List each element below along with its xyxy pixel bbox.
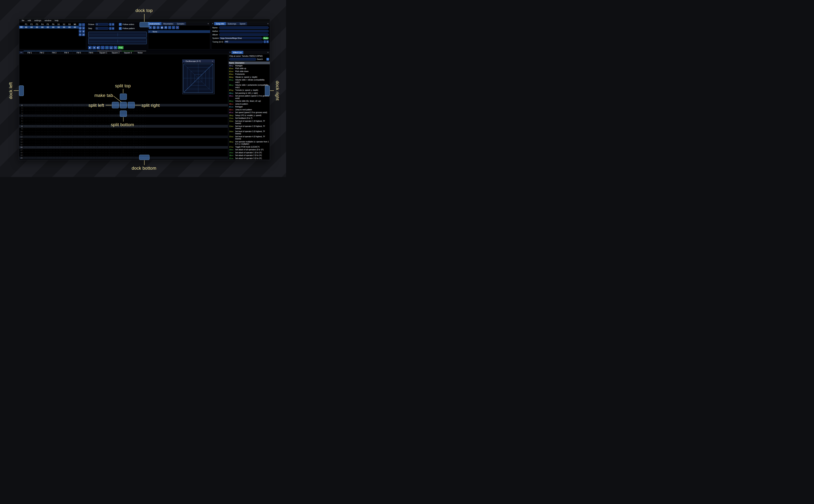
pattern-cell[interactable]: ··· ·· ·· ··· <box>60 107 73 109</box>
channel-header-fm-3[interactable]: FM 3 <box>48 51 60 54</box>
split-target-left[interactable] <box>112 102 119 108</box>
pattern-cell[interactable]: ··· ·· ·· ··· <box>122 120 134 122</box>
pattern-cell[interactable]: ··· ·· ·· ··· <box>48 133 60 135</box>
pattern-cell[interactable]: ··· ·· ·· ··· <box>48 128 60 130</box>
edit-record-button[interactable]: ● <box>105 46 109 49</box>
pattern-cell[interactable]: ··· ·· ·· ··· <box>109 133 122 135</box>
pattern-cell[interactable]: ··· ·· ·· ··· <box>97 157 109 159</box>
pattern-cell[interactable]: ··· ·· ·· ··· <box>134 141 146 143</box>
pattern-cell[interactable]: ··· ·· ·· ··· <box>36 118 48 119</box>
channel-header-fm-4[interactable]: FM 4 <box>60 51 73 54</box>
channel-header-fm-6[interactable]: FM 6 <box>85 51 97 54</box>
menu-item-window[interactable]: window <box>43 19 53 22</box>
order-cell[interactable]: 00 <box>72 26 78 28</box>
pattern-cell[interactable]: ··· ·· ·· ··· <box>109 118 122 119</box>
pattern-cell[interactable]: ··· ·· ·· ··· <box>134 146 146 148</box>
duplicate-order-end-button[interactable]: ⇊ <box>82 30 85 33</box>
order-row[interactable]: 0000000000000000000000 <box>19 26 79 29</box>
pattern-cell[interactable]: ··· ·· ·· ··· <box>134 144 146 146</box>
pattern-cell[interactable]: ··· ·· ·· ··· <box>85 141 97 143</box>
duplicate-order-button[interactable]: ❏ <box>79 27 82 29</box>
pattern-cell[interactable]: ··· ·· ·· ··· <box>60 115 73 117</box>
pattern-cell[interactable]: ··· ·· ·· ··· <box>134 139 146 140</box>
pattern-cell[interactable]: ··· ·· ·· ··· <box>72 115 85 117</box>
pattern-cell[interactable]: ··· ·· ·· ··· <box>85 120 97 122</box>
pattern-cell[interactable]: ··· ·· ·· ··· <box>134 112 146 114</box>
pattern-cell[interactable]: ··· ·· ·· ··· <box>36 128 48 130</box>
dock-target-right[interactable] <box>265 85 270 96</box>
pattern-cell[interactable]: ··· ·· ·· ··· <box>48 149 60 151</box>
move-instrument-up-button[interactable]: ↑ <box>168 26 171 29</box>
pattern-cell[interactable]: ··· ·· ·· ··· <box>109 131 122 132</box>
follow-pattern-checkbox[interactable]: ✓ Follow pattern <box>119 27 135 30</box>
pattern-cell[interactable]: ··· ·· ·· ··· <box>72 123 85 125</box>
pattern-cell[interactable]: ··· ·· ·· ··· <box>109 157 122 159</box>
order-cell[interactable]: 00 <box>56 26 61 28</box>
poly-button[interactable]: Poly <box>118 46 123 49</box>
menu-item-help[interactable]: help <box>53 19 60 22</box>
order-cell[interactable]: 00 <box>23 26 29 28</box>
pattern-cell[interactable]: ··· ·· ·· ··· <box>48 110 60 111</box>
pattern-cell[interactable]: ··· ·· ·· ··· <box>122 149 134 151</box>
tab-effect-list[interactable]: Effect List <box>231 51 243 54</box>
pattern-cell[interactable]: ··· ·· ·· ··· <box>48 125 60 127</box>
pattern-cell[interactable]: ··· ·· ·· ··· <box>72 157 85 159</box>
pattern-cell[interactable]: ··· ·· ·· ··· <box>23 125 36 127</box>
pattern-cell[interactable]: ··· ·· ·· ··· <box>23 149 36 151</box>
song-name-input[interactable] <box>219 26 269 29</box>
pattern-cell[interactable]: ··· ·· ·· ··· <box>23 118 36 119</box>
tuning-decrease-button[interactable]: - <box>263 40 266 43</box>
pattern-cell[interactable]: ··· ·· ·· ··· <box>72 125 85 127</box>
pattern-cell[interactable]: ··· ·· ·· ··· <box>85 136 97 138</box>
pattern-cell[interactable]: ··· ·· ·· ··· <box>122 160 134 160</box>
pattern-cell[interactable]: ··· ·· ·· ··· <box>85 133 97 135</box>
octave-input[interactable]: 3 <box>95 23 109 26</box>
pattern-cell[interactable]: ··· ·· ·· ··· <box>48 160 60 160</box>
pattern-cell[interactable]: ··· ·· ·· ··· <box>109 160 122 160</box>
dock-target-bottom[interactable] <box>139 155 149 160</box>
menu-item-settings[interactable]: settings <box>33 19 43 22</box>
save-instrument-button[interactable]: ▦ <box>160 26 163 29</box>
pattern-cell[interactable]: ··· ·· ·· ··· <box>85 152 97 153</box>
pattern-cell[interactable]: ··· ·· ·· ··· <box>85 125 97 127</box>
pattern-cell[interactable]: ··· ·· ·· ··· <box>97 120 109 122</box>
pattern-cell[interactable]: ··· ·· ·· ··· <box>97 110 109 111</box>
pattern-cell[interactable]: ··· ·· ·· ··· <box>36 154 48 156</box>
pattern-cell[interactable]: ··· ·· ·· ··· <box>122 131 134 132</box>
pattern-cell[interactable]: ··· ·· ·· ··· <box>109 154 122 156</box>
pattern-cell[interactable]: ··· ·· ·· ··· <box>23 152 36 153</box>
pattern-cell[interactable]: ··· ·· ·· ··· <box>134 133 146 135</box>
pattern-cell[interactable]: ··· ·· ·· ··· <box>72 154 85 156</box>
play-button[interactable]: ▶ <box>88 46 92 49</box>
pattern-cell[interactable]: ··· ·· ·· ··· <box>134 118 146 119</box>
pattern-cell[interactable]: ··· ·· ·· ··· <box>48 141 60 143</box>
pattern-cell[interactable]: ··· ·· ·· ··· <box>109 141 122 143</box>
pattern-cell[interactable]: ··· ·· ·· ··· <box>60 120 73 122</box>
pattern-cell[interactable]: ··· ·· ·· ··· <box>97 141 109 143</box>
pattern-cell[interactable]: ··· ·· ·· ··· <box>72 144 85 146</box>
order-row-index[interactable]: 00 <box>19 26 23 29</box>
pattern-cell[interactable]: ··· ·· ·· ··· <box>36 149 48 151</box>
pattern-cell[interactable]: ··· ·· ·· ··· <box>97 115 109 117</box>
order-cell[interactable]: 00 <box>67 26 72 28</box>
pattern-cell[interactable]: ··· ·· ·· ··· <box>48 118 60 119</box>
pattern-cell[interactable]: ··· ·· ·· ··· <box>23 141 36 143</box>
tuning-input[interactable]: 440 <box>224 41 263 43</box>
follow-orders-checkbox[interactable]: ✓ Follow orders <box>119 23 134 26</box>
pattern-cell[interactable]: ··· ·· ·· ··· <box>134 131 146 132</box>
pattern-cell[interactable]: ··· ·· ·· ··· <box>60 110 73 111</box>
pattern-cell[interactable]: ··· ·· ·· ··· <box>60 149 73 151</box>
split-target-top[interactable] <box>120 94 127 100</box>
step-increase-button[interactable]: + <box>112 27 114 30</box>
pattern-cell[interactable]: ··· ·· ·· ··· <box>85 144 97 146</box>
pattern-cell[interactable]: ··· ·· ·· ··· <box>60 123 73 125</box>
pattern-cell[interactable]: ··· ·· ·· ··· <box>60 160 73 160</box>
pattern-cell[interactable]: ··· ·· ·· ··· <box>48 146 60 148</box>
pattern-cell[interactable]: ··· ·· ·· ··· <box>60 125 73 127</box>
pattern-cell[interactable]: ··· ·· ·· ··· <box>122 139 134 140</box>
pattern-cell[interactable]: ··· ·· ·· ··· <box>60 136 73 138</box>
pattern-cell[interactable]: ··· ·· ·· ··· <box>60 154 73 156</box>
pattern-cell[interactable]: ··· ·· ·· ··· <box>36 160 48 160</box>
pattern-cell[interactable]: ··· ·· ·· ··· <box>109 144 122 146</box>
pattern-cell[interactable]: ··· ·· ·· ··· <box>134 125 146 127</box>
